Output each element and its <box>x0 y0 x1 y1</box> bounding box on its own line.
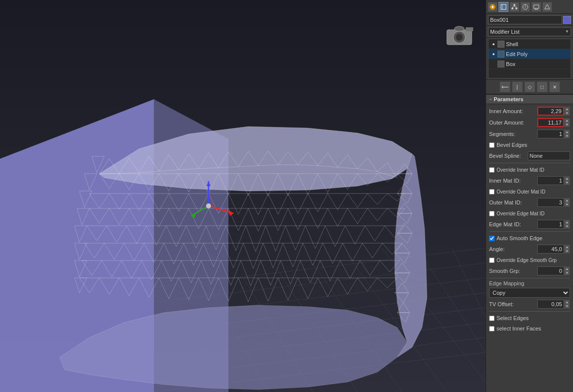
right-panel: Modifier List ▼ ● Shell ● Edit Poly ● Bo… <box>486 0 573 392</box>
modifier-list-dropdown[interactable]: Modifier List ▼ <box>488 27 571 36</box>
parameters-body: Inner Amount: ▲▼ Outer Amount: ▲▼ Segmen… <box>486 104 573 336</box>
stack-item-shell[interactable]: ● Shell <box>489 39 571 49</box>
make-unique-button[interactable]: □ <box>537 81 548 92</box>
tv-offset-row: TV Offset: ▲▼ <box>489 299 570 309</box>
stack-icon-shell <box>498 41 504 48</box>
divider-3 <box>489 278 570 278</box>
select-edges-checkbox[interactable] <box>489 316 495 321</box>
svg-point-190 <box>511 7 513 9</box>
tv-offset-input[interactable] <box>537 300 564 309</box>
override-inner-mat-label: Override Inner Mat ID <box>497 167 544 173</box>
override-edge-mat-label: Override Edge Mat ID <box>497 211 545 216</box>
pin-stack-button[interactable]: ⟵ <box>500 81 510 92</box>
inner-amount-label: Inner Amount: <box>489 108 537 114</box>
remove-modifier-button[interactable]: ✕ <box>549 81 560 92</box>
angle-spinner[interactable]: ▲▼ <box>564 245 570 254</box>
select-edges-row: Select Edges <box>489 314 570 323</box>
smooth-grp-input[interactable] <box>537 266 564 275</box>
segments-spinner[interactable]: ▲▼ <box>564 130 570 138</box>
edge-mapping-label: Edge Mapping <box>489 280 570 286</box>
stack-eye-shell[interactable]: ● <box>491 41 497 47</box>
object-color-swatch[interactable] <box>563 16 571 24</box>
angle-input[interactable] <box>537 245 564 254</box>
segments-input[interactable] <box>537 130 564 138</box>
svg-rect-187 <box>501 4 506 9</box>
svg-point-186 <box>492 6 494 8</box>
override-outer-mat-checkbox[interactable] <box>489 189 495 195</box>
stack-eye-editpoly[interactable]: ● <box>491 51 497 57</box>
bevel-edges-checkbox[interactable] <box>489 142 495 148</box>
inner-mat-id-spinner[interactable]: ▲▼ <box>564 176 570 185</box>
parameters-label: Parameters <box>494 96 523 102</box>
tv-offset-label: TV Offset: <box>489 301 537 307</box>
outer-mat-id-input[interactable] <box>537 198 564 207</box>
select-inner-faces-label: select Inner Faces <box>497 326 541 331</box>
smooth-grp-label: Smooth Grp: <box>489 268 537 274</box>
smooth-grp-row: Smooth Grp: ▲▼ <box>489 266 570 276</box>
modifier-list-row: Modifier List ▼ <box>486 26 573 38</box>
override-edge-mat-row: Override Edge Mat ID <box>489 209 570 218</box>
override-edge-smooth-row: Override Edge Smooth Grp <box>489 256 570 264</box>
override-inner-mat-checkbox[interactable] <box>489 167 495 173</box>
override-inner-mat-row: Override Inner Mat ID <box>489 165 570 174</box>
object-name-input[interactable] <box>488 15 562 24</box>
override-edge-smooth-label: Override Edge Smooth Grp <box>497 258 557 263</box>
hierarchy-icon[interactable] <box>509 2 519 12</box>
motion-icon[interactable] <box>520 2 530 12</box>
render-icon[interactable] <box>488 2 498 12</box>
outer-amount-spinner[interactable]: ▲▼ <box>564 118 570 127</box>
show-end-button[interactable]: ◇ <box>524 81 535 92</box>
display-icon[interactable] <box>531 2 541 12</box>
3d-viewport[interactable] <box>0 0 486 392</box>
edge-mat-id-label: Edge Mat ID: <box>489 221 537 227</box>
inner-amount-spinner[interactable]: ▲▼ <box>564 107 570 116</box>
stack-item-box[interactable]: ● Box <box>489 59 571 69</box>
stack-item-editpoly[interactable]: ● Edit Poly <box>489 49 571 59</box>
stack-label-box: Box <box>506 61 515 67</box>
select-edges-label: Select Edges <box>497 315 529 321</box>
outer-mat-id-label: Outer Mat ID: <box>489 199 537 205</box>
edge-mat-id-input[interactable] <box>537 220 564 229</box>
inner-amount-row: Inner Amount: ▲▼ <box>489 106 570 116</box>
copy-row: Copy <box>489 288 570 298</box>
select-inner-faces-checkbox[interactable] <box>489 326 495 331</box>
copy-dropdown[interactable]: Copy <box>489 288 570 298</box>
inner-mat-id-label: Inner Mat ID: <box>489 178 537 184</box>
outer-amount-row: Outer Amount: ▲▼ <box>489 118 570 128</box>
auto-smooth-edge-checkbox[interactable] <box>489 236 495 241</box>
auto-smooth-edge-row: Auto Smooth Edge <box>489 234 570 243</box>
inner-amount-input[interactable] <box>537 107 564 116</box>
edge-mat-id-spinner[interactable]: ▲▼ <box>564 220 570 229</box>
svg-point-182 <box>456 34 463 41</box>
smooth-grp-spinner[interactable]: ▲▼ <box>564 266 570 275</box>
angle-label: Angle: <box>489 246 537 252</box>
parameters-section-header[interactable]: − Parameters <box>486 94 573 104</box>
pipe-button[interactable]: | <box>512 81 523 92</box>
inner-mat-id-row: Inner Mat ID: ▲▼ <box>489 176 570 186</box>
outer-mat-id-row: Outer Mat ID: ▲▼ <box>489 197 570 207</box>
dropdown-arrow-icon: ▼ <box>565 29 569 34</box>
outer-amount-label: Outer Amount: <box>489 120 537 126</box>
override-outer-mat-row: Override Outer Mat ID <box>489 187 570 196</box>
svg-rect-183 <box>466 27 473 31</box>
svg-line-193 <box>514 6 516 7</box>
outer-amount-input[interactable] <box>537 118 564 127</box>
svg-rect-197 <box>534 5 539 8</box>
outer-mat-id-spinner[interactable]: ▲▼ <box>564 198 570 207</box>
utility-icon[interactable] <box>542 2 552 12</box>
modify-icon[interactable] <box>499 2 508 12</box>
inner-mat-id-input[interactable] <box>537 176 564 185</box>
stack-label-editpoly: Edit Poly <box>506 51 527 57</box>
collapse-icon: − <box>489 97 492 102</box>
tv-offset-spinner[interactable]: ▲▼ <box>564 300 570 309</box>
object-name-row <box>486 14 573 26</box>
divider-4 <box>489 311 570 312</box>
svg-marker-201 <box>545 4 550 9</box>
stack-icon-box <box>498 61 504 67</box>
svg-point-195 <box>525 6 526 7</box>
bevel-edges-label: Bevel Edges <box>497 142 527 148</box>
bevel-spline-row: Bevel Spline: <box>489 151 570 161</box>
bevel-spline-input[interactable] <box>528 151 571 160</box>
override-edge-mat-checkbox[interactable] <box>489 211 495 216</box>
override-edge-smooth-checkbox[interactable] <box>489 258 495 263</box>
